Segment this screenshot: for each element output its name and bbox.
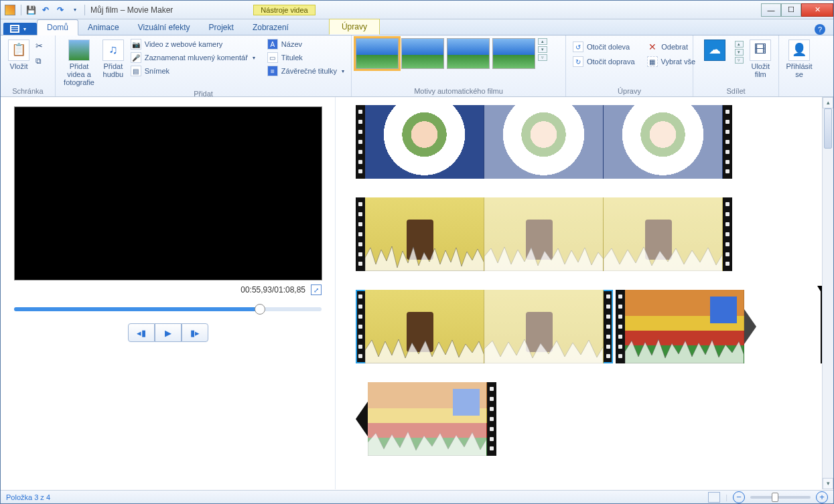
group-label: Úpravy	[566, 86, 693, 96]
theme-thumb[interactable]	[447, 38, 490, 69]
group-label: Sdílet	[693, 86, 778, 96]
zoom-in-button[interactable]: +	[816, 491, 828, 503]
clip[interactable]	[356, 382, 821, 456]
undo-icon[interactable]: ↶	[40, 5, 51, 15]
next-frame-button[interactable]: ▮▸	[182, 323, 208, 342]
select-all-icon: ▦	[647, 56, 658, 67]
tab-edit[interactable]: Úpravy	[329, 19, 380, 35]
quick-access-toolbar: 💾 ↶ ↷ ▾	[21, 5, 85, 15]
timeline[interactable]	[336, 97, 833, 489]
scroll-up-button[interactable]: ▴	[823, 97, 833, 108]
preview-video[interactable]	[14, 106, 322, 280]
playback-controls: ◂▮ ▶ ▮▸	[14, 323, 322, 342]
timecode: 00:55,93/01:08,85	[240, 285, 305, 295]
add-media-button[interactable]: Přidat videa a fotografie	[60, 38, 98, 86]
save-movie-icon: 🎞	[750, 39, 771, 61]
theme-thumb[interactable]	[492, 38, 535, 69]
group-clipboard: 📋 Vložit ✂ ⧉ Schránka	[1, 35, 56, 96]
signin-button[interactable]: 👤 Přihlásit se	[783, 38, 815, 78]
qat-dropdown-icon[interactable]: ▾	[70, 5, 80, 15]
paste-button[interactable]: 📋 Vložit	[5, 38, 33, 70]
group-label: Motivy automatického filmu	[352, 86, 565, 96]
clip[interactable]	[356, 105, 821, 179]
credits-button[interactable]: ≡Závěrečné titulky▾	[265, 65, 347, 77]
webcam-button[interactable]: 📷Video z webové kamery	[128, 38, 258, 50]
rotate-left-icon: ↺	[573, 41, 583, 52]
clip-continue-from-icon	[356, 402, 368, 436]
group-editing: ↺Otočit doleva ✕Odebrat ↻Otočit doprava …	[566, 35, 693, 96]
user-icon: 👤	[788, 39, 810, 61]
group-automovie: ▴▾▿ Motivy automatického filmu	[352, 35, 566, 96]
rotate-right-button[interactable]: ↻Otočit doprava	[570, 56, 638, 68]
add-music-button[interactable]: ♫ Přidat hudbu	[101, 38, 125, 78]
mic-icon: 🎤	[131, 52, 141, 63]
remove-icon: ✕	[647, 41, 658, 52]
tab-project[interactable]: Projekt	[200, 20, 243, 35]
clip[interactable]	[356, 197, 821, 271]
cut-icon[interactable]: ✂	[36, 41, 43, 51]
vertical-scrollbar[interactable]: ▴ ▾	[822, 97, 833, 489]
redo-icon[interactable]: ↷	[55, 5, 66, 15]
rotate-right-icon: ↻	[573, 56, 583, 67]
group-label: Schránka	[1, 86, 55, 96]
clip-selected[interactable]	[356, 290, 613, 363]
ribbon: 📋 Vložit ✂ ⧉ Schránka Přidat videa a fot…	[1, 35, 833, 97]
copy-icon[interactable]: ⧉	[36, 56, 43, 66]
cloud-icon: ☁	[704, 39, 725, 61]
theme-gallery-spinner[interactable]: ▴▾▿	[538, 38, 547, 61]
tab-animations[interactable]: Animace	[78, 20, 129, 35]
title-icon: A	[267, 39, 278, 50]
maximize-button[interactable]: ☐	[781, 3, 801, 17]
zoom-out-button[interactable]: −	[733, 491, 745, 503]
zoom-slider[interactable]	[750, 496, 811, 499]
prev-frame-button[interactable]: ◂▮	[128, 323, 155, 342]
status-text: Položka 3 z 4	[6, 493, 50, 501]
caption-button[interactable]: ▭Titulek	[265, 52, 347, 64]
group-add: Přidat videa a fotografie ♫ Přidat hudbu…	[56, 35, 352, 96]
paste-label: Vložit	[10, 62, 28, 70]
narration-button[interactable]: 🎤Zaznamenat mluvený komentář▾	[128, 52, 258, 64]
minimize-button[interactable]: —	[761, 3, 781, 17]
add-media-label: Přidat videa a fotografie	[60, 62, 98, 86]
select-all-button[interactable]: ▦Vybrat vše	[644, 56, 699, 68]
save-icon[interactable]: 💾	[25, 5, 36, 15]
clipboard-icon: 📋	[8, 39, 29, 61]
snapshot-button[interactable]: ▤Snímek	[128, 65, 258, 77]
title-button[interactable]: ANázev	[265, 38, 347, 50]
snapshot-icon: ▤	[131, 66, 141, 76]
save-movie-label: Uložit film	[746, 62, 774, 78]
status-bar: Položka 3 z 4 | − +	[1, 490, 833, 503]
tab-view[interactable]: Zobrazení	[243, 20, 298, 35]
music-icon: ♫	[102, 39, 124, 61]
contextual-tab-label: Nástroje videa	[253, 5, 315, 15]
title-bar: 💾 ↶ ↷ ▾ Můj film – Movie Maker Nástroje …	[1, 1, 833, 19]
menu-icon	[10, 25, 19, 33]
clip[interactable]	[616, 290, 744, 363]
editor-area: 00:55,93/01:08,85 ⤢ ◂▮ ▶ ▮▸	[1, 97, 833, 489]
share-gallery-spinner[interactable]: ▴▾▿	[735, 41, 744, 64]
view-mode-button[interactable]	[708, 492, 720, 503]
group-share: ☁ ▴▾▿ 🎞 Uložit film Sdílet	[693, 35, 779, 96]
close-button[interactable]: ✕	[801, 3, 833, 17]
remove-button[interactable]: ✕Odebrat	[644, 41, 691, 53]
save-movie-button[interactable]: 🎞 Uložit film	[746, 38, 774, 78]
play-button[interactable]: ▶	[155, 323, 182, 342]
file-tab[interactable]: ▾	[3, 23, 37, 35]
theme-thumb[interactable]	[356, 38, 399, 69]
fullscreen-icon[interactable]: ⤢	[311, 284, 322, 295]
theme-thumb[interactable]	[401, 38, 444, 69]
help-icon[interactable]: ?	[815, 24, 825, 35]
app-icon	[5, 5, 15, 15]
tab-visual-effects[interactable]: Vizuální efekty	[129, 20, 200, 35]
scroll-thumb[interactable]	[824, 108, 832, 149]
signin-label: Přihlásit se	[783, 62, 815, 78]
clip-continue-icon	[744, 309, 756, 344]
cloud-button[interactable]: ☁	[697, 38, 732, 61]
seek-slider[interactable]	[14, 307, 322, 311]
photo-video-icon	[68, 39, 90, 61]
caption-icon: ▭	[267, 52, 278, 63]
window-title: Můj film – Movie Maker	[90, 5, 173, 15]
tab-home[interactable]: Domů	[37, 19, 78, 35]
scroll-down-button[interactable]: ▾	[823, 478, 833, 489]
rotate-left-button[interactable]: ↺Otočit doleva	[570, 41, 632, 53]
